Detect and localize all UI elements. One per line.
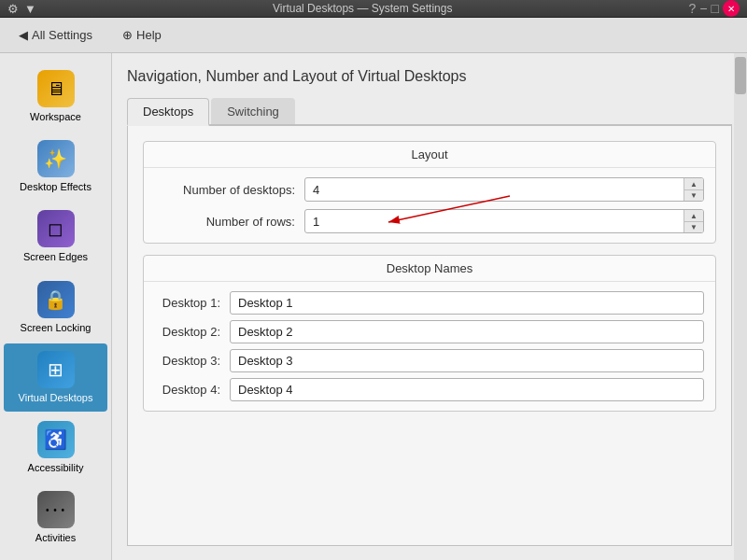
num-rows-increment[interactable]: ▲ — [684, 210, 703, 221]
num-desktops-spinbox[interactable]: 4 ▲ ▼ — [304, 177, 704, 202]
desktop-4-input[interactable] — [230, 378, 704, 401]
desktop-2-input[interactable] — [230, 320, 704, 343]
titlebar-left: ⚙ ▼ — [7, 2, 36, 16]
desktop-name-row-3: Desktop 3: — [155, 349, 704, 372]
num-rows-spinbox[interactable]: 1 ▲ ▼ — [304, 209, 704, 233]
back-icon: ◀ — [19, 28, 28, 42]
desktop-3-input[interactable] — [230, 349, 704, 372]
sidebar-item-virtual-desktops-label: Virtual Desktops — [19, 392, 93, 404]
sidebar: 🖥 Workspace ✨ Desktop Effects ◻ Screen E… — [0, 53, 112, 560]
desktop-name-row-4: Desktop 4: — [155, 378, 704, 401]
close-button[interactable]: ✕ — [723, 0, 740, 17]
tab-switching[interactable]: Switching — [211, 98, 295, 124]
num-desktops-value: 4 — [305, 179, 684, 201]
sidebar-item-screen-locking-label: Screen Locking — [21, 322, 92, 334]
desktop-1-input[interactable] — [230, 291, 704, 315]
scrollbar-track[interactable] — [734, 53, 747, 560]
app-icon: ⚙ — [7, 2, 19, 16]
num-desktops-label: Number of desktops: — [155, 183, 304, 197]
sidebar-item-screen-edges-label: Screen Edges — [23, 251, 88, 263]
main-panel: Navigation, Number and Layout of Virtual… — [112, 53, 747, 560]
main-window: ◀ All Settings ⊕ Help 🖥 Workspace ✨ Desk… — [0, 18, 747, 560]
minimize-icon[interactable]: − — [699, 1, 707, 16]
tab-desktops[interactable]: Desktops — [127, 98, 209, 126]
page-title: Navigation, Number and Layout of Virtual… — [127, 68, 732, 85]
desktop-effects-icon: ✨ — [37, 140, 75, 177]
num-rows-row: Number of rows: 1 ▲ ▼ — [155, 209, 704, 233]
layout-section-body: Number of desktops: 4 ▲ ▼ Number of rows… — [144, 168, 715, 243]
sidebar-item-accessibility-label: Accessibility — [28, 462, 84, 474]
screen-locking-icon: 🔒 — [37, 281, 75, 318]
num-desktops-row: Number of desktops: 4 ▲ ▼ — [155, 177, 704, 202]
sidebar-item-virtual-desktops[interactable]: ⊞ Virtual Desktops — [4, 343, 107, 412]
workspace-icon: 🖥 — [37, 70, 75, 107]
sidebar-item-activities-label: Activities — [35, 532, 76, 544]
back-button[interactable]: ◀ All Settings — [11, 24, 100, 46]
sidebar-item-activities[interactable]: • • • Activities — [4, 483, 107, 552]
desktop-names-section-body: Desktop 1: Desktop 2: Desktop 3: — [144, 282, 715, 411]
titlebar: ⚙ ▼ Virtual Desktops — System Settings ?… — [0, 0, 747, 18]
desktop-4-label: Desktop 4: — [155, 383, 230, 397]
desktop-name-row-1: Desktop 1: — [155, 291, 704, 315]
desktop-names-section: Desktop Names Desktop 1: Desktop 2: Desk… — [143, 255, 716, 412]
sidebar-item-screen-locking[interactable]: 🔒 Screen Locking — [4, 273, 107, 342]
num-rows-value: 1 — [305, 211, 684, 232]
num-rows-spin-buttons: ▲ ▼ — [684, 210, 703, 232]
titlebar-title: Virtual Desktops — System Settings — [36, 2, 689, 15]
desktop-1-label: Desktop 1: — [155, 296, 230, 310]
maximize-icon[interactable]: □ — [712, 1, 719, 16]
virtual-desktops-icon: ⊞ — [37, 351, 75, 388]
back-label: All Settings — [32, 28, 92, 42]
desktop-name-row-2: Desktop 2: — [155, 320, 704, 343]
sidebar-item-desktop-effects-label: Desktop Effects — [20, 181, 92, 193]
sidebar-item-desktop-effects[interactable]: ✨ Desktop Effects — [4, 133, 107, 201]
desktop-3-label: Desktop 3: — [155, 354, 230, 368]
help-icon[interactable]: ? — [689, 1, 697, 16]
help-topbar-button[interactable]: ⊕ Help — [115, 24, 169, 46]
content-area: 🖥 Workspace ✨ Desktop Effects ◻ Screen E… — [0, 53, 747, 560]
tab-content-desktops: Layout — [127, 126, 732, 546]
help-topbar-icon: ⊕ — [122, 28, 133, 42]
layout-section: Layout — [143, 141, 716, 244]
num-rows-decrement[interactable]: ▼ — [684, 221, 703, 232]
num-desktops-increment[interactable]: ▲ — [684, 178, 703, 189]
num-desktops-spin-buttons: ▲ ▼ — [684, 178, 703, 201]
screen-edges-icon: ◻ — [37, 210, 75, 247]
layout-section-title: Layout — [144, 142, 715, 168]
desktop-names-section-title: Desktop Names — [144, 256, 715, 282]
num-desktops-decrement[interactable]: ▼ — [684, 189, 703, 201]
sidebar-item-workspace-label: Workspace — [30, 111, 81, 123]
sidebar-item-accessibility[interactable]: ♿ Accessibility — [4, 413, 107, 482]
sidebar-item-workspace[interactable]: 🖥 Workspace — [4, 63, 107, 131]
scrollbar-thumb[interactable] — [735, 57, 746, 94]
help-topbar-label: Help — [136, 28, 162, 42]
activities-icon: • • • — [37, 491, 75, 528]
accessibility-icon: ♿ — [37, 421, 75, 458]
titlebar-menu-icon[interactable]: ▼ — [24, 2, 36, 16]
sidebar-item-screen-edges[interactable]: ◻ Screen Edges — [4, 203, 107, 271]
topbar: ◀ All Settings ⊕ Help — [0, 18, 747, 53]
num-rows-label: Number of rows: — [155, 215, 304, 229]
tab-bar: Desktops Switching — [127, 98, 732, 126]
titlebar-controls: ? − □ ✕ — [689, 0, 740, 17]
desktop-2-label: Desktop 2: — [155, 325, 230, 339]
